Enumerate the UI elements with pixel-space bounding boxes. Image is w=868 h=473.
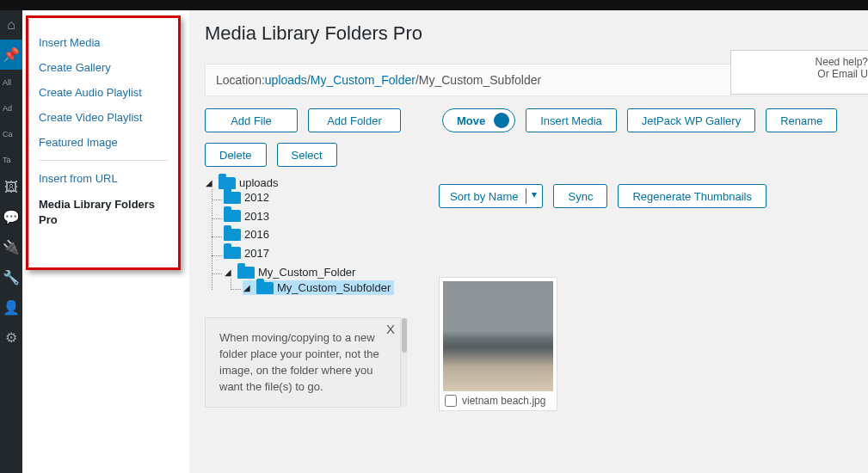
plugins-icon[interactable]: 🔌 (0, 232, 22, 262)
folder-icon (219, 177, 236, 189)
help-line2: Or Email U (740, 68, 868, 80)
add-file-button[interactable]: Add File (205, 108, 298, 132)
tree-node-2016[interactable]: 2016 (224, 228, 269, 241)
toolbar-row-2: Sort by Name Sync Regenerate Thumbnails (439, 184, 766, 208)
main-content: Media Library Folders Pro Need help? Or … (189, 10, 868, 473)
media-thumbnail[interactable]: vietnam beach.jpg (439, 277, 557, 411)
tree-node-2013[interactable]: 2013 (224, 210, 269, 223)
folder-icon (224, 247, 241, 259)
side-create-video-playlist[interactable]: Create Video Playlist (39, 105, 168, 130)
side-create-audio-playlist[interactable]: Create Audio Playlist (39, 80, 168, 105)
expander-icon[interactable]: ◢ (224, 267, 232, 277)
folder-icon (256, 282, 274, 294)
thumbnail-caption: vietnam beach.jpg (462, 395, 545, 407)
delete-button[interactable]: Delete (205, 143, 267, 167)
rail-item-ad[interactable]: Ad (0, 95, 22, 121)
side-insert-media[interactable]: Insert Media (39, 30, 168, 55)
select-button[interactable]: Select (277, 143, 337, 167)
hint-box: X When moving/copying to a new folder pl… (205, 317, 401, 408)
tree-node-custom-folder[interactable]: ◢My_Custom_Folder (224, 266, 355, 279)
sync-button[interactable]: Sync (553, 184, 607, 208)
media-icon[interactable]: 🖼 (0, 173, 22, 202)
sort-select[interactable]: Sort by Name (439, 184, 543, 208)
admin-top-bar (0, 0, 868, 10)
thumbnail-checkbox[interactable] (445, 395, 457, 407)
side-featured-image[interactable]: Featured Image (39, 130, 168, 155)
rail-item-ca[interactable]: Ca (0, 121, 22, 147)
hint-text: When moving/copying to a new folder plac… (219, 331, 379, 393)
toggle-knob-icon (494, 113, 509, 128)
breadcrumb-custom-folder[interactable]: My_Custom_Folder (311, 73, 416, 87)
side-create-gallery[interactable]: Create Gallery (39, 55, 168, 80)
side-insert-from-url[interactable]: Insert from URL (39, 166, 168, 191)
admin-sidebar-rail: ⌂ 📌 All Ad Ca Ta 🖼 💬 🔌 🔧 👤 ⚙ (0, 10, 22, 473)
jetpack-gallery-button[interactable]: JetPack WP Gallery (627, 108, 755, 132)
hint-scrollbar[interactable] (401, 318, 408, 407)
rename-button[interactable]: Rename (766, 108, 837, 132)
expander-icon[interactable]: ◢ (243, 283, 251, 292)
move-toggle[interactable]: Move (442, 108, 515, 132)
settings-icon[interactable]: ⚙ (0, 322, 22, 353)
folder-tree: ◢uploads 2012 2013 2016 2017 ◢My_Custom_… (205, 174, 428, 300)
media-side-panel: Insert Media Create Gallery Create Audio… (26, 15, 181, 270)
tools-icon[interactable]: 🔧 (0, 262, 22, 292)
thumbnail-image (443, 281, 553, 391)
help-box: Need help? Or Email U (730, 50, 868, 95)
tree-node-custom-subfolder[interactable]: ◢My_Custom_Subfolder (243, 280, 394, 295)
expander-icon[interactable]: ◢ (205, 178, 213, 187)
page-title: Media Library Folders Pro (205, 22, 868, 45)
rail-item-all[interactable]: All (0, 70, 22, 95)
help-line1: Need help? (740, 56, 868, 68)
users-icon[interactable]: 👤 (0, 292, 22, 322)
add-folder-button[interactable]: Add Folder (308, 108, 401, 132)
dashboard-icon[interactable]: ⌂ (0, 10, 22, 40)
side-active-mlfp[interactable]: Media Library Folders Pro (39, 191, 168, 233)
toolbar-row-1: Add File Add Folder Move Insert Media Je… (205, 108, 868, 167)
rail-item-ta[interactable]: Ta (0, 147, 22, 173)
folder-icon (237, 267, 255, 279)
folder-icon (224, 210, 241, 222)
insert-media-button[interactable]: Insert Media (526, 108, 617, 132)
comments-icon[interactable]: 💬 (0, 202, 22, 232)
tree-node-2017[interactable]: 2017 (224, 247, 269, 260)
breadcrumb-uploads[interactable]: uploads (265, 73, 307, 87)
hint-close-button[interactable]: X (386, 320, 395, 339)
pin-icon[interactable]: 📌 (0, 40, 22, 70)
tree-node-2012[interactable]: 2012 (224, 191, 269, 204)
breadcrumb-current: My_Custom_Subfolder (419, 73, 541, 87)
regenerate-thumbnails-button[interactable]: Regenerate Thumbnails (618, 184, 766, 208)
tree-node-uploads[interactable]: ◢uploads (205, 176, 279, 189)
folder-icon (224, 229, 241, 241)
location-label: Location: (216, 73, 265, 87)
folder-icon (224, 192, 241, 204)
